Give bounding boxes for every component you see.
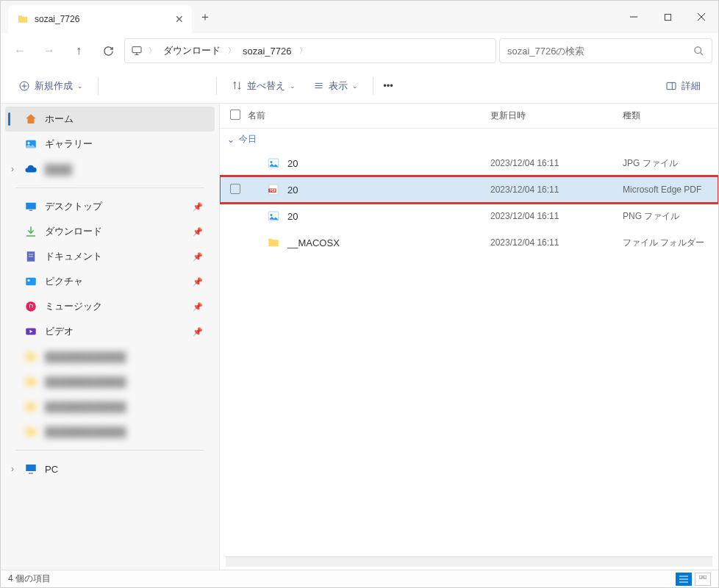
svg-rect-52 — [704, 576, 707, 578]
file-type-icon — [267, 209, 280, 223]
breadcrumb-item[interactable]: sozai_7726 — [238, 43, 296, 60]
refresh-button[interactable] — [95, 37, 121, 64]
sidebar-item-gallery[interactable]: ギャラリー — [1, 132, 219, 157]
file-name: 20 — [287, 184, 298, 196]
svg-rect-39 — [26, 465, 36, 471]
group-header[interactable]: ⌄ 今日 — [220, 129, 718, 150]
svg-rect-1 — [665, 14, 670, 20]
window-tab[interactable]: sozai_7726 ✕ — [8, 5, 192, 33]
breadcrumb-item[interactable]: ダウンロード — [159, 41, 225, 60]
titlebar: sozai_7726 ✕ ＋ — [1, 1, 718, 33]
sidebar-item-pictures[interactable]: ピクチャ 📌 — [1, 269, 219, 294]
sidebar-item-downloads[interactable]: ダウンロード 📌 — [1, 219, 219, 244]
icons-view-button[interactable] — [695, 573, 711, 586]
music-icon — [24, 300, 37, 313]
select-all-checkbox[interactable] — [230, 110, 240, 120]
file-row[interactable]: 20 2023/12/04 16:11 PNG ファイル — [220, 203, 718, 229]
paste-button[interactable] — [141, 79, 156, 93]
sidebar-item-videos[interactable]: ビデオ 📌 — [1, 319, 219, 344]
pc-icon — [24, 462, 37, 476]
svg-point-37 — [26, 301, 36, 312]
sidebar-item-documents[interactable]: ドキュメント 📌 — [1, 244, 219, 269]
new-tab-button[interactable]: ＋ — [192, 1, 218, 33]
sidebar-item-hidden[interactable]: ████████████ — [1, 369, 219, 394]
file-type: JPG ファイル — [623, 157, 718, 170]
sidebar-item-hidden[interactable]: ████████████ — [1, 419, 219, 444]
more-button[interactable]: ••• — [381, 79, 396, 93]
gallery-icon — [24, 137, 37, 151]
folder-icon — [17, 13, 29, 25]
sidebar-item-label: ████ — [45, 164, 72, 175]
column-type[interactable]: 種類 — [623, 110, 718, 122]
up-button[interactable]: ↑ — [65, 37, 92, 64]
sidebar-item-pc[interactable]: PC — [1, 456, 219, 481]
file-type-icon: PDF — [267, 183, 280, 196]
svg-line-8 — [700, 52, 703, 55]
details-pane-button[interactable]: 詳細 — [658, 74, 708, 98]
sort-button-label: 並べ替え — [247, 79, 285, 93]
share-button[interactable] — [176, 79, 191, 93]
column-name[interactable]: 名前 — [248, 110, 490, 122]
svg-rect-51 — [699, 576, 702, 578]
view-button-label: 表示 — [329, 79, 348, 93]
sidebar-item-label: ギャラリー — [45, 137, 93, 151]
toolbar: 新規作成 ⌄ A 並べ替え ⌄ 表示 ⌄ ••• 詳細 — [1, 68, 718, 104]
file-row[interactable]: 20 2023/12/04 16:11 JPG ファイル — [220, 150, 718, 176]
delete-button[interactable] — [194, 79, 209, 93]
close-window-button[interactable] — [684, 1, 718, 33]
pin-icon: 📌 — [193, 227, 203, 237]
pin-icon: 📌 — [193, 252, 203, 262]
group-label: 今日 — [239, 133, 257, 146]
maximize-button[interactable] — [651, 1, 684, 33]
sidebar-item-label: デスクトップ — [45, 200, 102, 213]
file-row[interactable]: PDF 20 2023/12/04 16:11 Microsoft Edge P… — [220, 176, 718, 203]
svg-text:PDF: PDF — [270, 189, 276, 193]
download-icon — [24, 225, 37, 238]
sidebar-item-label: ホーム — [45, 112, 74, 126]
pin-icon: 📌 — [193, 202, 203, 212]
back-button[interactable]: ← — [7, 37, 33, 64]
search-box[interactable] — [499, 38, 712, 63]
file-date: 2023/12/04 16:11 — [490, 184, 623, 195]
column-date[interactable]: 更新日時 — [490, 110, 623, 122]
new-button-label: 新規作成 — [35, 79, 73, 93]
file-name: 20 — [287, 211, 298, 222]
breadcrumb[interactable]: 〉 ダウンロード 〉 sozai_7726 〉 — [124, 38, 496, 63]
minimize-button[interactable] — [617, 1, 651, 33]
file-name: __MACOSX — [287, 237, 340, 248]
svg-rect-29 — [26, 203, 36, 209]
file-type-icon — [267, 236, 280, 249]
sidebar-item-onedrive[interactable]: ████ — [1, 157, 219, 182]
chevron-right-icon[interactable]: 〉 — [299, 46, 307, 56]
forward-button[interactable]: → — [36, 37, 62, 64]
new-button[interactable]: 新規作成 ⌄ — [11, 74, 90, 98]
horizontal-scrollbar[interactable] — [226, 556, 712, 567]
copy-button[interactable] — [124, 79, 138, 93]
sidebar-item-hidden[interactable]: ████████████ — [1, 344, 219, 369]
sidebar-item-hidden[interactable]: ████████████ — [1, 394, 219, 419]
row-checkbox[interactable] — [230, 184, 240, 194]
sidebar-item-desktop[interactable]: デスクトップ 📌 — [1, 194, 219, 219]
home-icon — [24, 112, 37, 126]
sidebar-item-music[interactable]: ミュージック 📌 — [1, 294, 219, 319]
sort-button[interactable]: 並べ替え ⌄ — [224, 74, 303, 98]
chevron-right-icon[interactable]: 〉 — [228, 46, 235, 56]
sidebar-item-label: ピクチャ — [45, 275, 83, 288]
sidebar-item-home[interactable]: ホーム — [5, 107, 215, 132]
file-row[interactable]: __MACOSX 2023/12/04 16:11 ファイル フォルダー — [220, 229, 718, 256]
pin-icon: 📌 — [193, 327, 203, 337]
chevron-down-icon: ⌄ — [352, 82, 358, 90]
pin-icon: 📌 — [193, 277, 203, 287]
file-name: 20 — [287, 158, 298, 169]
close-tab-icon[interactable]: ✕ — [176, 15, 183, 23]
rename-button[interactable]: A — [159, 79, 174, 93]
view-button[interactable]: 表示 ⌄ — [306, 74, 365, 98]
search-input[interactable] — [507, 46, 687, 57]
cut-button[interactable] — [106, 79, 121, 93]
chevron-right-icon[interactable]: 〉 — [149, 46, 156, 56]
details-view-button[interactable] — [676, 573, 692, 586]
file-type: Microsoft Edge PDF — [623, 184, 718, 195]
plus-circle-icon — [18, 80, 30, 92]
sidebar-item-label: ダウンロード — [45, 225, 102, 238]
svg-rect-4 — [132, 47, 141, 53]
